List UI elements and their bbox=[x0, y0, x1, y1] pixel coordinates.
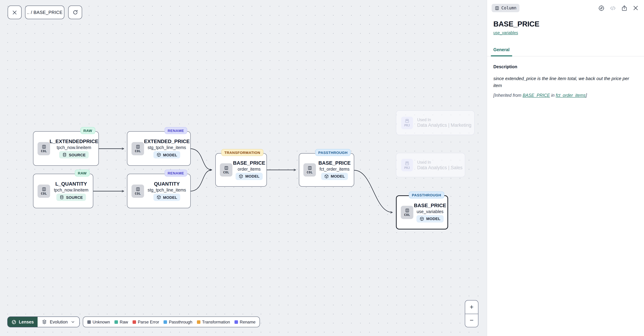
compass-icon bbox=[598, 5, 605, 11]
legend-label: Transformation bbox=[202, 319, 230, 324]
kind-label: PRJ bbox=[404, 166, 410, 169]
panel-title: BASE_PRICE bbox=[493, 20, 638, 28]
columns-icon bbox=[136, 187, 140, 191]
inherited-suffix: ] bbox=[586, 93, 587, 98]
zoom-out-button[interactable]: − bbox=[465, 314, 478, 327]
lenses-button[interactable]: Lenses bbox=[8, 317, 38, 327]
inherited-middle: in bbox=[550, 93, 556, 98]
legend-item-parse-error: Parse Error bbox=[132, 319, 159, 324]
node-title: EXTENDED_PRICE bbox=[144, 139, 190, 144]
kind-label: COL bbox=[404, 213, 410, 217]
description-inherited: [Inherited from BASE_PRICE in fct_order_… bbox=[493, 93, 638, 98]
lineage-node-l-quantity[interactable]: RAW COL L_QUANTITY tpch_now.lineitem SOU… bbox=[33, 174, 93, 208]
columns-icon bbox=[42, 187, 46, 191]
node-type-chip: MODEL bbox=[236, 173, 262, 180]
lineage-canvas[interactable]: .. / BASE_PRICE RAW COL L_EXTENDEDPRICE … bbox=[0, 0, 487, 336]
lens-legend: Unknown Raw Parse Error Passthrough Tran… bbox=[83, 316, 260, 327]
panel-tabs: General bbox=[487, 46, 644, 56]
node-title: L_EXTENDEDPRICE bbox=[50, 139, 98, 144]
legend-label: Passthrough bbox=[169, 319, 192, 324]
layers-icon bbox=[42, 319, 47, 324]
kind-label: PRJ bbox=[404, 124, 410, 127]
node-type-chip: SOURCE bbox=[56, 194, 86, 201]
breadcrumb[interactable]: .. / BASE_PRICE bbox=[25, 6, 64, 19]
close-icon bbox=[12, 10, 18, 15]
node-subtitle: stg_tpch_line_items bbox=[148, 188, 186, 193]
lineage-node-extended-price[interactable]: RENAME COL EXTENDED_PRICE stg_tpch_line_… bbox=[127, 131, 191, 166]
node-subtitle: fct_order_items bbox=[320, 167, 350, 171]
node-title: QUANTITY bbox=[154, 181, 180, 187]
node-subtitle: tpch_now.lineitem bbox=[54, 188, 88, 193]
legend-swatch bbox=[87, 320, 91, 324]
project-kind-chip: PRJ bbox=[401, 117, 413, 129]
columns-icon bbox=[224, 166, 228, 170]
status-badge: RENAME bbox=[164, 170, 187, 177]
status-badge: RAW bbox=[75, 170, 90, 177]
legend-swatch bbox=[132, 320, 136, 324]
view-code-button[interactable] bbox=[610, 5, 616, 11]
legend-swatch bbox=[197, 320, 200, 324]
inherited-column-link[interactable]: BASE_PRICE bbox=[522, 93, 550, 98]
model-link[interactable]: use_variables bbox=[493, 31, 518, 35]
project-kind-chip: PRJ bbox=[401, 159, 413, 171]
refresh-button[interactable] bbox=[68, 6, 82, 19]
status-badge: RENAME bbox=[164, 127, 187, 134]
status-badge: PASSTHROUGH bbox=[409, 191, 444, 198]
inherited-model-link[interactable]: fct_order_items bbox=[556, 93, 586, 98]
close-lineage-button[interactable] bbox=[8, 6, 22, 19]
node-title: BASE_PRICE bbox=[414, 202, 446, 208]
node-subtitle: use_variables bbox=[417, 209, 444, 214]
lineage-node-base-price-order-items[interactable]: TRANSFORMATION COL BASE_PRICE order_item… bbox=[215, 153, 267, 187]
lineage-node-base-price-fct-order-items[interactable]: PASSTHROUGH COL BASE_PRICE fct_order_ite… bbox=[299, 153, 354, 187]
model-cube-icon bbox=[420, 216, 424, 221]
tab-general[interactable]: General bbox=[491, 47, 512, 56]
used-in-card-sales[interactable]: PRJ Used In Data Analytics | Sales bbox=[396, 153, 465, 177]
lineage-node-l-extendedprice[interactable]: RAW COL L_EXTENDEDPRICE tpch_now.lineite… bbox=[33, 131, 99, 166]
explore-button[interactable] bbox=[598, 5, 605, 11]
database-icon bbox=[60, 195, 64, 199]
entity-type-badge: Column bbox=[492, 4, 520, 12]
refresh-icon bbox=[72, 10, 78, 15]
node-type-label: MODEL bbox=[163, 195, 177, 199]
node-subtitle: tpch_now.lineitem bbox=[57, 145, 91, 150]
node-type-label: MODEL bbox=[426, 217, 440, 221]
legend-item-transformation: Transformation bbox=[197, 319, 230, 324]
zoom-controls: + − bbox=[465, 300, 478, 327]
node-subtitle: order_items bbox=[238, 167, 260, 171]
lineage-node-base-price-use-variables[interactable]: PASSTHROUGH COL BASE_PRICE use_variables… bbox=[396, 195, 448, 229]
columns-icon bbox=[136, 144, 140, 149]
code-icon bbox=[610, 5, 616, 11]
used-in-value: Data Analytics | Sales bbox=[417, 165, 462, 170]
share-button[interactable] bbox=[621, 5, 628, 11]
columns-icon bbox=[42, 144, 46, 149]
node-type-chip: MODEL bbox=[321, 173, 348, 180]
kind-label: COL bbox=[223, 171, 229, 174]
node-type-chip: MODEL bbox=[153, 194, 180, 201]
status-badge: PASSTHROUGH bbox=[315, 149, 351, 156]
columns-icon bbox=[405, 208, 409, 213]
columns-icon bbox=[495, 6, 499, 10]
database-icon bbox=[62, 153, 67, 157]
columns-icon bbox=[308, 166, 312, 170]
node-title: BASE_PRICE bbox=[233, 160, 265, 166]
lineage-node-quantity[interactable]: RENAME COL QUANTITY stg_tpch_line_items … bbox=[127, 174, 191, 208]
kind-label: COL bbox=[307, 171, 312, 174]
kind-label: COL bbox=[135, 149, 141, 153]
close-panel-button[interactable] bbox=[632, 5, 639, 11]
zoom-in-button[interactable]: + bbox=[465, 300, 478, 314]
model-cube-icon bbox=[156, 153, 161, 157]
status-badge: TRANSFORMATION bbox=[221, 149, 264, 156]
chevron-down-icon bbox=[70, 320, 75, 324]
column-kind-chip: COL bbox=[132, 184, 144, 198]
legend-swatch bbox=[114, 320, 118, 324]
panel-header: Column bbox=[487, 0, 644, 12]
legend-label: Rename bbox=[240, 319, 256, 324]
used-in-card-marketing[interactable]: PRJ Used In Data Analytics | Marketing bbox=[396, 110, 474, 135]
legend-label: Unknown bbox=[92, 319, 110, 324]
lens-selector-dropdown[interactable]: Evolution bbox=[38, 317, 79, 327]
node-type-chip: MODEL bbox=[416, 215, 444, 222]
description-heading: Description bbox=[493, 64, 638, 69]
node-title: L_QUANTITY bbox=[55, 181, 87, 187]
node-subtitle: stg_tpch_line_items bbox=[148, 145, 186, 150]
kind-label: COL bbox=[41, 149, 47, 153]
